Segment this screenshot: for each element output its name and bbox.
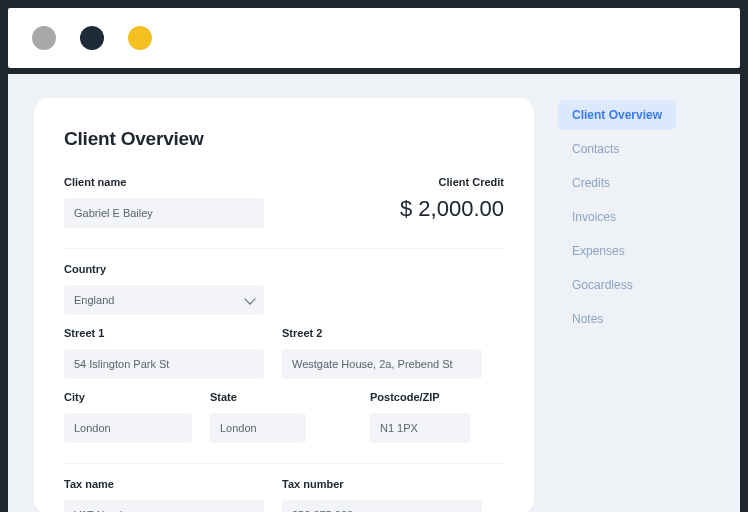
nav-credits[interactable]: Credits xyxy=(558,168,676,198)
nav-notes[interactable]: Notes xyxy=(558,304,676,334)
client-name-input[interactable] xyxy=(64,198,264,228)
street2-input[interactable] xyxy=(282,349,482,379)
nav-expenses[interactable]: Expenses xyxy=(558,236,676,266)
nav-invoices[interactable]: Invoices xyxy=(558,202,676,232)
country-select[interactable]: England xyxy=(64,285,264,315)
nav-client-overview[interactable]: Client Overview xyxy=(558,100,676,130)
street2-label: Street 2 xyxy=(282,327,482,339)
client-name-label: Client name xyxy=(64,176,264,188)
app-frame: Client Overview Client name Client Credi… xyxy=(0,0,748,512)
tax-number-label: Tax number xyxy=(282,478,482,490)
postcode-label: Postcode/ZIP xyxy=(370,391,470,403)
state-input[interactable] xyxy=(210,413,306,443)
country-label: Country xyxy=(64,263,504,275)
street1-label: Street 1 xyxy=(64,327,264,339)
page-title: Client Overview xyxy=(64,128,504,150)
traffic-light-minimize[interactable] xyxy=(80,26,104,50)
traffic-light-close[interactable] xyxy=(32,26,56,50)
nav-gocardless[interactable]: Gocardless xyxy=(558,270,676,300)
client-credit-value: $ 2,000.00 xyxy=(400,196,504,222)
city-input[interactable] xyxy=(64,413,192,443)
client-overview-card: Client Overview Client name Client Credi… xyxy=(34,98,534,512)
nav-contacts[interactable]: Contacts xyxy=(558,134,676,164)
street1-input[interactable] xyxy=(64,349,264,379)
country-value: England xyxy=(74,294,114,306)
window-titlebar xyxy=(8,8,740,68)
content-area: Client Overview Client name Client Credi… xyxy=(8,74,740,512)
tax-name-label: Tax name xyxy=(64,478,264,490)
tax-name-input[interactable] xyxy=(64,500,264,512)
divider xyxy=(64,248,504,249)
divider xyxy=(64,463,504,464)
client-credit-label: Client Credit xyxy=(439,176,504,188)
chevron-down-icon xyxy=(244,293,255,304)
postcode-input[interactable] xyxy=(370,413,470,443)
city-label: City xyxy=(64,391,192,403)
tax-number-input[interactable] xyxy=(282,500,482,512)
traffic-light-maximize[interactable] xyxy=(128,26,152,50)
side-navigation: Client Overview Contacts Credits Invoice… xyxy=(558,98,676,512)
state-label: State xyxy=(210,391,306,403)
